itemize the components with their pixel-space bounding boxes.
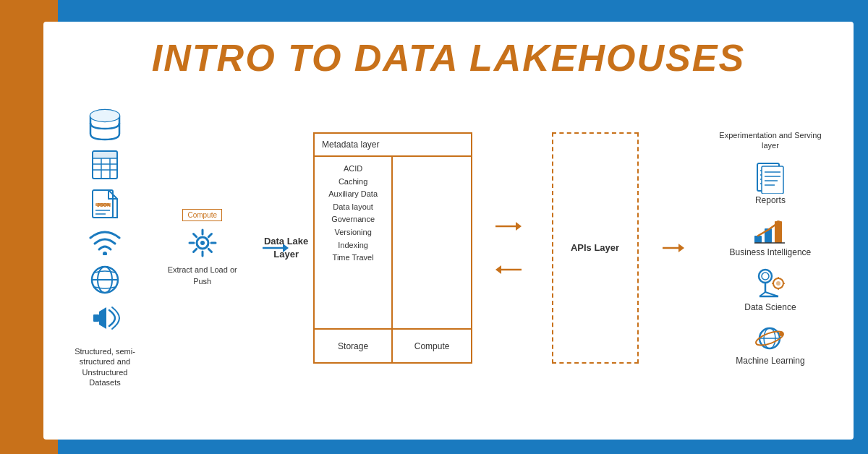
white-card: INTRO TO DATA LAKEHOUSES (43, 22, 854, 440)
sources-column: JSON (72, 108, 137, 387)
svg-rect-43 (762, 166, 783, 194)
svg-point-21 (200, 241, 205, 245)
diagram-container: JSON (65, 93, 832, 403)
svg-marker-35 (495, 265, 501, 274)
arrow-to-outputs (663, 241, 684, 255)
svg-marker-37 (678, 244, 684, 252)
svg-point-54 (762, 273, 769, 280)
svg-rect-19 (93, 314, 99, 322)
middle-section: ACID Caching Auxiliary Data Data layout … (315, 157, 471, 330)
datascience-label: Data Science (744, 302, 796, 312)
page-title: INTRO TO DATA LAKEHOUSES (65, 36, 832, 80)
versioning-label: Versioning (320, 226, 386, 239)
database-icon (87, 108, 123, 141)
svg-point-69 (779, 332, 783, 336)
bidirectional-arrows (495, 219, 522, 277)
svg-rect-48 (754, 236, 762, 243)
reports-item: Reports (716, 162, 825, 205)
bottom-section: Storage Compute (315, 330, 471, 362)
bi-label: Business Intelligence (730, 247, 812, 257)
metadata-layer-label: Metadata layer (315, 134, 471, 157)
bi-icon (753, 215, 788, 246)
svg-text:JSON: JSON (97, 202, 111, 207)
extract-column: Compute Extract and Load or Push (166, 209, 239, 287)
datascience-item: Data Science (716, 267, 825, 312)
svg-line-28 (208, 234, 211, 237)
apis-label: APIs Layer (571, 241, 619, 254)
data-lake-label: Data Lake Layer (263, 235, 310, 261)
compute-badge: Compute (182, 209, 222, 221)
apis-box: APIs Layer (552, 132, 639, 364)
governance-label: Governance (320, 213, 386, 226)
outputs-column: Experimentation and Serving layer Repo (709, 130, 825, 367)
acid-label: ACID (320, 163, 386, 176)
extract-label: Extract and Load or Push (166, 265, 239, 287)
json-icon: JSON (90, 189, 120, 219)
svg-point-14 (103, 252, 107, 255)
reports-label: Reports (755, 195, 786, 205)
svg-point-60 (776, 281, 780, 286)
svg-line-29 (193, 249, 196, 252)
svg-marker-33 (516, 222, 522, 231)
wifi-icon (88, 228, 122, 255)
svg-line-27 (208, 249, 211, 252)
right-panel (393, 157, 471, 328)
indexing-label: Indexing (320, 239, 386, 252)
svg-point-53 (759, 270, 772, 283)
data-layout-label: Data layout (320, 201, 386, 214)
sources-label: Structured, semi-structured and Unstruct… (72, 346, 137, 387)
ml-item: Machine Learning (716, 322, 825, 366)
svg-line-26 (193, 234, 196, 237)
experimentation-label: Experimentation and Serving layer (716, 130, 825, 151)
globe-icon (89, 264, 121, 296)
time-travel-label: Time Travel (320, 252, 386, 265)
data-lake-section: Data Lake Layer Metadata layer ACID Cach… (313, 132, 472, 364)
left-panel: ACID Caching Auxiliary Data Data layout … (315, 157, 393, 328)
storage-label: Storage (315, 330, 393, 362)
caching-label: Caching (320, 176, 386, 189)
svg-marker-18 (99, 307, 106, 329)
bi-item: Business Intelligence (716, 215, 825, 257)
audio-icon (89, 304, 121, 332)
gear-icon (184, 224, 221, 262)
svg-point-51 (776, 220, 780, 225)
ml-label: Machine Learning (736, 356, 804, 366)
datascience-icon (752, 267, 788, 301)
svg-point-1 (90, 110, 119, 121)
compute-bottom-label: Compute (393, 330, 471, 362)
auxiliary-label: Auxiliary Data (320, 188, 386, 201)
spreadsheet-icon (90, 150, 120, 180)
reports-icon (753, 162, 788, 194)
data-lake-box: Metadata layer ACID Caching Auxiliary Da… (313, 132, 472, 364)
svg-rect-8 (93, 151, 117, 158)
ml-icon (752, 322, 788, 354)
